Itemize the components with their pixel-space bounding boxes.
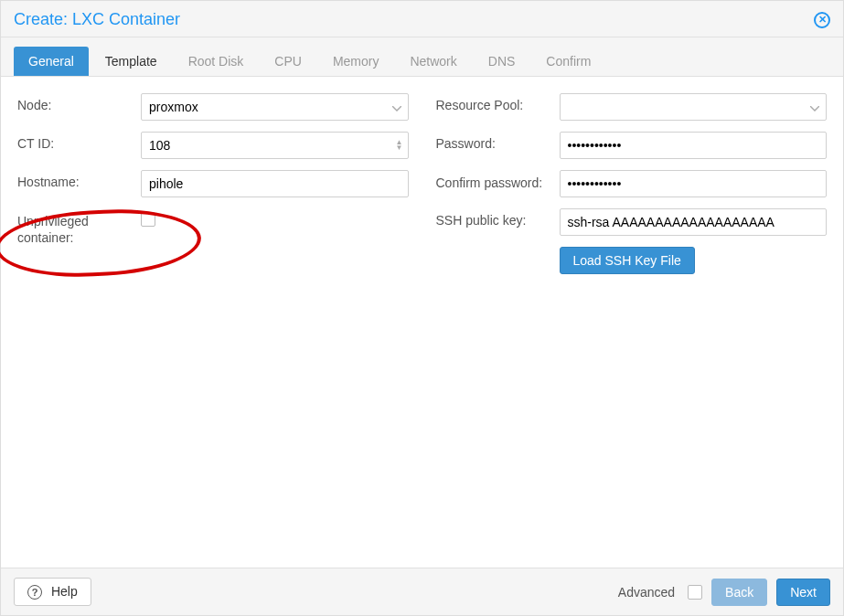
modal-footer: ? Help Advanced Back Next (1, 568, 843, 615)
tab-root-disk[interactable]: Root Disk (174, 47, 259, 76)
confirm-password-row: Confirm password: (436, 170, 828, 197)
resource-pool-field[interactable] (560, 93, 828, 121)
tab-network[interactable]: Network (395, 47, 471, 76)
sshkey-row: SSH public key: (436, 208, 828, 236)
tab-cpu[interactable]: CPU (260, 47, 316, 76)
password-row: Password: (436, 132, 828, 159)
password-label: Password: (436, 132, 560, 151)
next-button[interactable]: Next (776, 579, 830, 606)
load-ssh-key-button[interactable]: Load SSH Key File (560, 247, 695, 274)
unprivileged-row: Unprivileged container: (17, 208, 409, 246)
ssh-public-key-field[interactable] (560, 208, 828, 236)
unprivileged-checkbox[interactable] (141, 212, 155, 227)
hostname-row: Hostname: (17, 170, 409, 197)
help-button[interactable]: ? Help (14, 578, 91, 606)
node-field[interactable] (141, 93, 409, 121)
modal-body: Node: CT ID: ▲▼ Hostname: (1, 77, 843, 552)
right-column: Resource Pool: Password: Confirm passwor… (436, 93, 828, 552)
modal-header: Create: LXC Container ✕ (1, 1, 843, 37)
tab-template[interactable]: Template (91, 47, 172, 76)
ctid-row: CT ID: ▲▼ (17, 132, 409, 159)
tab-bar: General Template Root Disk CPU Memory Ne… (1, 37, 843, 77)
confirm-password-field[interactable] (560, 170, 828, 197)
advanced-checkbox[interactable] (688, 585, 702, 600)
tab-dns[interactable]: DNS (474, 47, 530, 76)
load-key-row: Load SSH Key File (436, 247, 828, 274)
sshkey-label: SSH public key: (436, 208, 560, 228)
ctid-field[interactable] (141, 132, 409, 159)
tab-general[interactable]: General (14, 47, 89, 76)
left-column: Node: CT ID: ▲▼ Hostname: (17, 93, 409, 552)
tab-memory[interactable]: Memory (318, 47, 394, 76)
close-icon[interactable]: ✕ (814, 12, 830, 28)
hostname-field[interactable] (141, 170, 409, 197)
advanced-label: Advanced (618, 585, 675, 600)
pool-row: Resource Pool: (436, 93, 828, 121)
hostname-label: Hostname: (17, 170, 141, 189)
create-container-modal: Create: LXC Container ✕ General Template… (0, 0, 844, 616)
back-button[interactable]: Back (711, 579, 767, 606)
confirm-password-label: Confirm password: (436, 170, 560, 191)
tab-confirm[interactable]: Confirm (531, 47, 605, 76)
pool-label: Resource Pool: (436, 93, 560, 112)
node-label: Node: (17, 93, 141, 112)
ctid-label: CT ID: (17, 132, 141, 151)
help-label: Help (51, 584, 78, 599)
password-field[interactable] (560, 132, 828, 159)
unprivileged-label: Unprivileged container: (17, 208, 141, 246)
node-row: Node: (17, 93, 409, 121)
modal-title: Create: LXC Container (14, 10, 180, 29)
help-icon: ? (27, 585, 42, 600)
